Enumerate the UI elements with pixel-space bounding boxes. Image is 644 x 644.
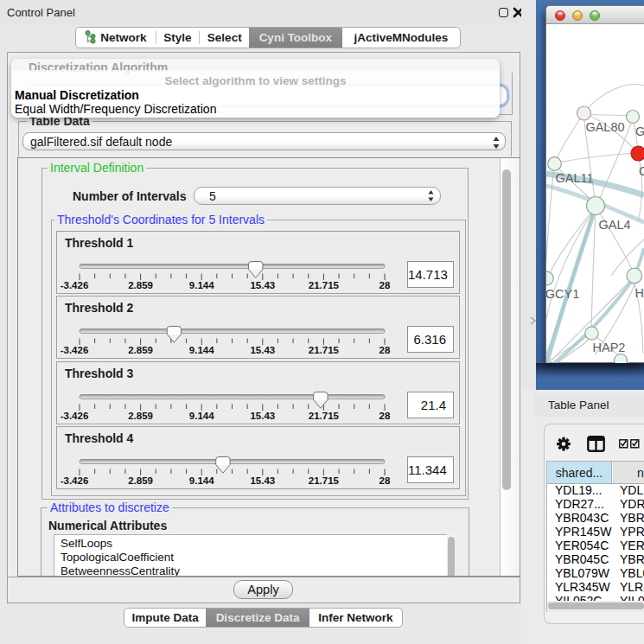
svg-text:15.43: 15.43 [250,345,275,355]
svg-text:2.859: 2.859 [128,411,153,421]
svg-text:-3.426: -3.426 [61,411,89,421]
svg-text:2.859: 2.859 [128,280,153,290]
svg-text:9.144: 9.144 [189,475,214,486]
svg-text:15.43: 15.43 [250,280,275,290]
svg-text:21.715: 21.715 [309,411,340,421]
svg-text:Threshold 1: Threshold 1 [65,236,134,250]
svg-text:28: 28 [379,411,391,421]
svg-text:15.43: 15.43 [250,411,275,421]
svg-text:GAL80: GAL80 [585,120,624,134]
svg-text:Threshold 2: Threshold 2 [65,301,134,315]
svg-text:-3.426: -3.426 [61,345,89,355]
svg-text:9.144: 9.144 [189,345,214,355]
svg-text:-3.426: -3.426 [61,280,89,290]
svg-text:28: 28 [379,475,391,486]
svg-text:21.715: 21.715 [309,345,340,355]
svg-text:2.859: 2.859 [128,345,153,355]
svg-text:Threshold 4: Threshold 4 [65,431,134,445]
svg-text:C: C [639,164,644,178]
svg-text:HAP2: HAP2 [593,341,626,354]
svg-text:15.43: 15.43 [250,475,275,486]
svg-text:9.144: 9.144 [189,411,214,421]
svg-text:28: 28 [379,345,391,355]
svg-text:21.715: 21.715 [309,280,340,290]
svg-text:HI: HI [635,286,644,300]
svg-text:21.715: 21.715 [309,475,340,486]
svg-text:28: 28 [379,280,391,290]
svg-text:-3.426: -3.426 [61,475,89,486]
svg-text:GAL4: GAL4 [598,218,630,232]
svg-text:2.859: 2.859 [128,475,153,486]
svg-text:Threshold 3: Threshold 3 [65,367,134,380]
svg-text:GA: GA [635,124,644,138]
svg-text:GCY1: GCY1 [546,287,579,301]
svg-text:GAL11: GAL11 [555,171,593,185]
svg-text:9.144: 9.144 [189,280,214,290]
